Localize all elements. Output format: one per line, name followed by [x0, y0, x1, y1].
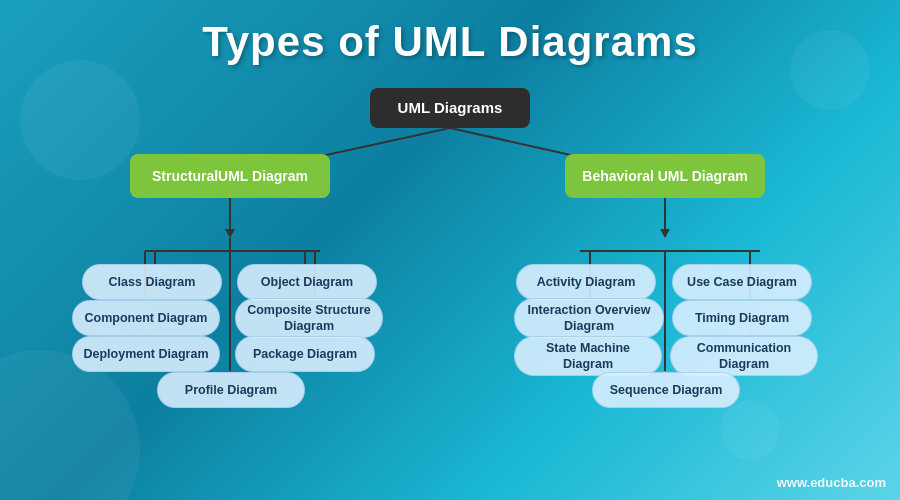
use-case-diagram-box: Use Case Diagram	[672, 264, 812, 300]
profile-diagram-box: Profile Diagram	[157, 372, 305, 408]
deployment-diagram-box: Deployment Diagram	[72, 336, 220, 372]
svg-marker-3	[225, 229, 235, 238]
activity-diagram-box: Activity Diagram	[516, 264, 656, 300]
package-diagram-box: Package Diagram	[235, 336, 375, 372]
title-area: Types of UML Diagrams	[0, 0, 900, 76]
diagram-area: UML Diagrams StructuralUML Diagram Behav…	[0, 76, 900, 466]
class-diagram-box: Class Diagram	[82, 264, 222, 300]
page-title: Types of UML Diagrams	[0, 18, 900, 66]
sequence-diagram-box: Sequence Diagram	[592, 372, 740, 408]
object-diagram-box: Object Diagram	[237, 264, 377, 300]
watermark: www.educba.com	[777, 475, 886, 490]
svg-marker-5	[660, 229, 670, 238]
behavioral-box: Behavioral UML Diagram	[565, 154, 765, 198]
composite-structure-box: Composite Structure Diagram	[235, 298, 383, 338]
uml-root-box: UML Diagrams	[370, 88, 530, 128]
timing-diagram-box: Timing Diagram	[672, 300, 812, 336]
communication-diagram-box: Communication Diagram	[670, 336, 818, 376]
interaction-overview-box: Interaction Overview Diagram	[514, 298, 664, 338]
component-diagram-box: Component Diagram	[72, 300, 220, 336]
structural-box: StructuralUML Diagram	[130, 154, 330, 198]
state-machine-box: State Machine Diagram	[514, 336, 662, 376]
